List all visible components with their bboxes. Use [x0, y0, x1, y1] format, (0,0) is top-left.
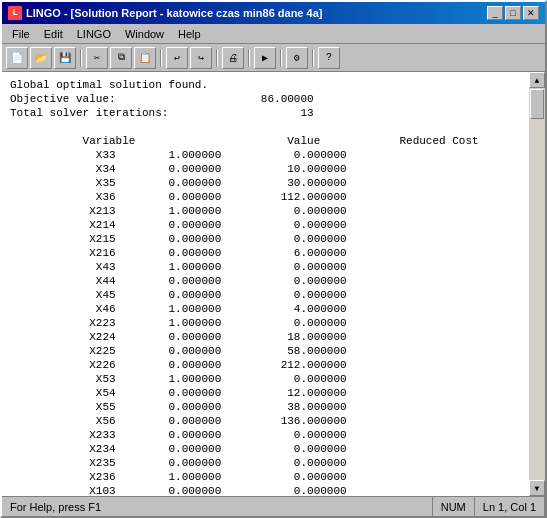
- separator-1: [80, 49, 82, 67]
- copy-button[interactable]: ⧉: [110, 47, 132, 69]
- separator-4: [248, 49, 250, 67]
- scrollbar: ▲ ▼: [529, 72, 545, 496]
- status-position: Ln 1, Col 1: [475, 497, 545, 516]
- menu-edit[interactable]: Edit: [38, 27, 69, 41]
- menu-bar: File Edit LINGO Window Help: [2, 24, 545, 44]
- separator-6: [312, 49, 314, 67]
- toolbar: 📄 📂 💾 ✂ ⧉ 📋 ↩ ↪ 🖨 ▶ ⚙ ?: [2, 44, 545, 72]
- maximize-button[interactable]: □: [505, 6, 521, 20]
- menu-window[interactable]: Window: [119, 27, 170, 41]
- main-window: L LINGO - [Solution Report - katowice cz…: [0, 0, 547, 518]
- title-bar-left: L LINGO - [Solution Report - katowice cz…: [8, 6, 322, 20]
- save-button[interactable]: 💾: [54, 47, 76, 69]
- undo-button[interactable]: ↩: [166, 47, 188, 69]
- minimize-button[interactable]: _: [487, 6, 503, 20]
- menu-help[interactable]: Help: [172, 27, 207, 41]
- status-mode: NUM: [433, 497, 475, 516]
- title-bar: L LINGO - [Solution Report - katowice cz…: [2, 2, 545, 24]
- solution-text: Global optimal solution found. Objective…: [10, 78, 521, 496]
- separator-3: [216, 49, 218, 67]
- cut-button[interactable]: ✂: [86, 47, 108, 69]
- status-bar: For Help, press F1 NUM Ln 1, Col 1: [2, 496, 545, 516]
- text-area[interactable]: Global optimal solution found. Objective…: [2, 72, 529, 496]
- title-buttons: _ □ ✕: [487, 6, 539, 20]
- open-button[interactable]: 📂: [30, 47, 52, 69]
- paste-button[interactable]: 📋: [134, 47, 156, 69]
- scroll-down-button[interactable]: ▼: [529, 480, 545, 496]
- scroll-track: [529, 88, 545, 480]
- solve-button[interactable]: ▶: [254, 47, 276, 69]
- scroll-up-button[interactable]: ▲: [529, 72, 545, 88]
- window-title: LINGO - [Solution Report - katowice czas…: [26, 7, 322, 19]
- app-icon: L: [8, 6, 22, 20]
- close-button[interactable]: ✕: [523, 6, 539, 20]
- help-button[interactable]: ?: [318, 47, 340, 69]
- print-button[interactable]: 🖨: [222, 47, 244, 69]
- menu-file[interactable]: File: [6, 27, 36, 41]
- content-area: Global optimal solution found. Objective…: [2, 72, 545, 496]
- options-button[interactable]: ⚙: [286, 47, 308, 69]
- new-button[interactable]: 📄: [6, 47, 28, 69]
- scroll-thumb[interactable]: [530, 89, 544, 119]
- status-help: For Help, press F1: [2, 497, 433, 516]
- redo-button[interactable]: ↪: [190, 47, 212, 69]
- separator-5: [280, 49, 282, 67]
- separator-2: [160, 49, 162, 67]
- menu-lingo[interactable]: LINGO: [71, 27, 117, 41]
